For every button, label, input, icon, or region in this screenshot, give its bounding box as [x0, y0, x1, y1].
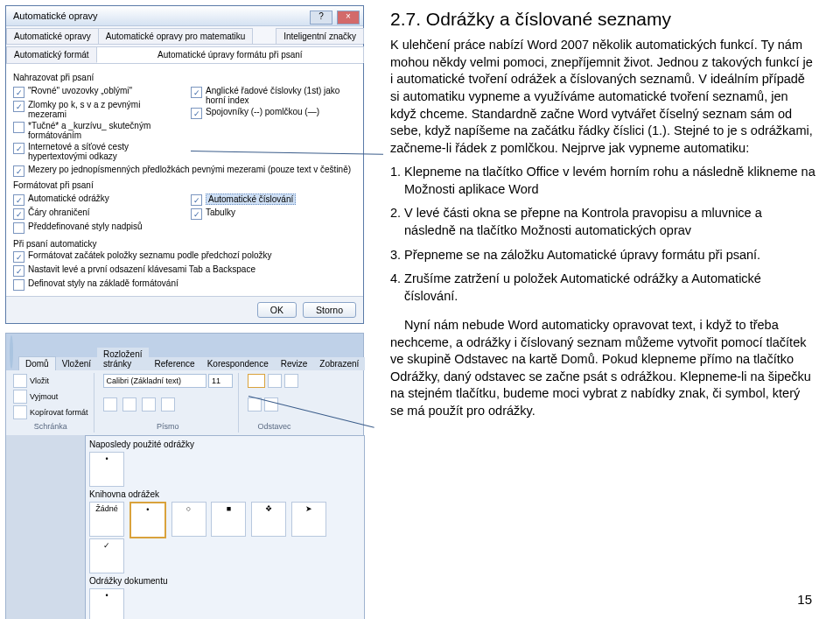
chk-internet[interactable]: ✓Internetové a síťové cesty hypertextový…: [13, 142, 178, 161]
paste-icon: [13, 374, 27, 388]
tab-autocorrect[interactable]: Automatické opravy: [6, 28, 99, 44]
bullet-circle[interactable]: ○: [172, 502, 206, 537]
dialog-titlebar: Automatické opravy ? ×: [6, 6, 363, 26]
dialog-title: Automatické opravy: [13, 6, 98, 25]
tab-autoformat[interactable]: Automatický formát: [6, 46, 97, 63]
chk-tab-indent[interactable]: ✓Nastavit levé a první odsazení klávesam…: [13, 264, 356, 277]
brush-icon: [13, 405, 27, 419]
chk-tables[interactable]: ✓Tabulky: [191, 208, 356, 220]
chk-border-lines[interactable]: ✓Čáry ohraničení: [13, 208, 178, 220]
cut-icon: [13, 390, 27, 404]
cut-button[interactable]: Vyjmout: [13, 390, 88, 404]
chk-format-start[interactable]: ✓Formátovat začátek položky seznamu podl…: [13, 250, 356, 263]
bullet-square[interactable]: ■: [211, 502, 246, 537]
bullet-4dots[interactable]: ❖: [251, 502, 286, 537]
chk-bold-italic[interactable]: *Tučné* a _kurzívu_ skutečným formátován…: [13, 121, 178, 140]
multilevel-button[interactable]: [284, 374, 298, 388]
cancel-button[interactable]: Storno: [303, 302, 356, 318]
chk-fractions[interactable]: ✓Zlomky po k, s v a z pevnými mezerami: [13, 100, 178, 119]
intro-paragraph: K ulehčení práce nabízí Word 2007 několi…: [390, 37, 816, 157]
step-3: 3. Přepneme se na záložku Automatické úp…: [390, 247, 816, 264]
bullet-recent-1[interactable]: •: [89, 452, 124, 487]
chk-auto-bullets[interactable]: ✓Automatické odrážky: [13, 193, 178, 206]
chk-nbsp[interactable]: ✓Mezery po jednopísmenných předložkách p…: [13, 165, 356, 177]
font-group-label: Písmo: [103, 422, 234, 431]
help-button[interactable]: ?: [310, 11, 332, 25]
tab-review[interactable]: Revize: [275, 357, 314, 370]
tab-smart-tags[interactable]: Inteligentní značky: [276, 28, 364, 44]
underline-icon[interactable]: [142, 397, 156, 411]
bullets-button[interactable]: [248, 374, 265, 388]
bold-icon[interactable]: [103, 397, 117, 411]
chk-ordinals[interactable]: ✓Anglické řadové číslovky (1st) jako hor…: [191, 86, 356, 105]
chk-predef-styles[interactable]: Předdefinované styly nadpisů: [13, 222, 178, 234]
section-auto: Při psaní automaticky: [13, 239, 356, 249]
step-1: 1. Klepneme na tlačítko Office v levém h…: [390, 164, 816, 198]
close-icon[interactable]: ×: [337, 11, 360, 25]
chk-define-styles[interactable]: Definovat styly na základě formátování: [13, 278, 356, 291]
step-4: 4. Zrušíme zatržení u položek Automatick…: [390, 271, 816, 305]
tab-autoformat-typing[interactable]: Automatické úpravy formátu při psaní: [96, 46, 364, 63]
tab-references[interactable]: Reference: [149, 357, 201, 370]
size-select[interactable]: 11: [208, 374, 233, 388]
word-ribbon: Domů Vložení Rozložení stránky Reference…: [5, 333, 364, 619]
paragraph-group-label: Odstavec: [248, 422, 301, 431]
ok-button[interactable]: OK: [257, 302, 297, 318]
font-select[interactable]: Calibri (Základní text): [103, 374, 206, 388]
chk-hyphens[interactable]: ✓Spojovníky (--) pomlčkou (—): [191, 107, 356, 119]
numbering-button[interactable]: [268, 374, 282, 388]
strike-icon[interactable]: [161, 397, 175, 411]
doc-bullets-label: Odrážky dokumentu: [89, 576, 360, 586]
page-number: 15: [797, 592, 812, 607]
office-button[interactable]: [10, 335, 13, 369]
bullet-doc-1[interactable]: •: [89, 588, 124, 619]
tab-mail[interactable]: Korespondence: [201, 357, 275, 370]
clipboard-group-label: Schránka: [13, 422, 88, 431]
tab-math[interactable]: Automatické opravy pro matematiku: [98, 28, 254, 44]
bullet-arrow[interactable]: ➤: [291, 502, 326, 537]
section-format: Formátovat při psaní: [13, 180, 356, 190]
italic-icon[interactable]: [122, 397, 136, 411]
copy-format-button[interactable]: Kopírovat formát: [13, 405, 88, 419]
autocorrect-dialog: Automatické opravy ? × Automatické oprav…: [5, 5, 364, 324]
step-2: 2. V levé části okna se přepne na Kontro…: [390, 205, 816, 239]
bullet-none[interactable]: Žádné: [89, 502, 124, 537]
chk-quotes[interactable]: ✓"Rovné" uvozovky „oblými": [13, 86, 178, 98]
window-buttons: ? ×: [308, 6, 360, 25]
section-replace: Nahrazovat při psaní: [13, 73, 356, 82]
bullet-dot[interactable]: •: [130, 502, 166, 538]
tab-home[interactable]: Domů: [18, 356, 56, 370]
closing-paragraph: Nyní nám nebude Word automaticky opravov…: [390, 317, 816, 419]
chk-auto-numbering[interactable]: ✓Automatické číslování: [191, 193, 356, 206]
heading: 2.7. Odrážky a číslované seznamy: [390, 7, 816, 32]
recent-bullets-label: Naposledy použité odrážky: [89, 440, 360, 449]
bullet-check[interactable]: ✓: [89, 538, 124, 573]
tab-layout[interactable]: Rozložení stránky: [97, 348, 148, 370]
bullet-library-label: Knihovna odrážek: [89, 489, 360, 499]
tab-insert[interactable]: Vložení: [56, 357, 97, 370]
bullets-dropdown: Naposledy použité odrážky • Knihovna odr…: [85, 435, 365, 619]
tab-view[interactable]: Zobrazení: [313, 357, 365, 370]
paste-button[interactable]: Vložit: [13, 374, 88, 388]
